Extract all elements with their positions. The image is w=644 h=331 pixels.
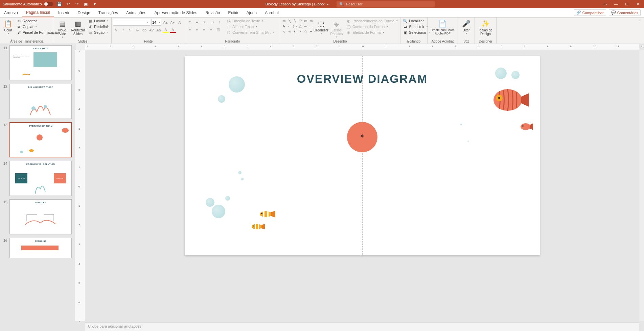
design-ideas-button[interactable]: ✨ Ideias de Design xyxy=(476,18,495,36)
align-center-icon[interactable]: ≡ xyxy=(194,26,200,32)
slide-canvas[interactable]: OVERVIEW DIAGRAM ✥ xyxy=(185,56,540,255)
select-button[interactable]: ▣Selecionar▾ xyxy=(402,30,431,35)
font-color-icon[interactable]: A xyxy=(170,27,176,33)
qat-customize-icon[interactable]: ▾ xyxy=(92,1,97,7)
reset-button[interactable]: ↺Redefinir xyxy=(87,24,110,29)
horizontal-ruler[interactable]: 1211109876543210123456789101112 xyxy=(85,44,639,50)
tab-design[interactable]: Design xyxy=(73,8,94,17)
shape-outline-button[interactable]: ◯Contorno da Forma▾ xyxy=(345,24,399,29)
char-spacing-icon[interactable]: AV xyxy=(148,27,155,33)
tab-inserir[interactable]: Inserir xyxy=(54,8,73,17)
font-name-combo[interactable]: ▾ xyxy=(113,19,150,26)
ribbon-display-icon[interactable]: ▭ xyxy=(603,2,607,6)
search-input[interactable] xyxy=(346,2,432,6)
tab-ajuda[interactable]: Ajuda xyxy=(243,8,261,17)
undo-icon[interactable]: ↶ xyxy=(66,1,71,7)
shape-fill-button[interactable]: ◐Preenchimento da Forma▾ xyxy=(345,18,399,24)
shapes-gallery[interactable]: ▭╲╲⬠▭▭ ↳⌐◯△⇨☐ ∿∿{}☆▾ xyxy=(281,18,314,34)
bold-icon[interactable]: N xyxy=(113,27,119,33)
minimize-icon[interactable]: — xyxy=(614,2,618,6)
tab-animacoes[interactable]: Animações xyxy=(122,8,150,17)
circle-shape[interactable] xyxy=(347,122,377,152)
workspace: 11 CASE STUDY Lorem ipsum dolor sit amet… xyxy=(0,44,644,331)
svg-point-2 xyxy=(62,128,69,133)
layout-button[interactable]: ▦Layout▾ xyxy=(87,18,110,24)
tab-exibir[interactable]: Exibir xyxy=(224,8,243,17)
svg-point-11 xyxy=(261,213,262,214)
text-direction-button[interactable]: ↕ADireção do Texto▾ xyxy=(225,18,275,24)
increase-indent-icon[interactable]: ⇥ xyxy=(209,19,215,25)
decrease-font-icon[interactable]: A▾ xyxy=(169,19,176,25)
align-text-button[interactable]: ⊟Alinhar Texto▾ xyxy=(225,24,275,29)
bubble-decoration xyxy=(460,124,462,125)
decrease-indent-icon[interactable]: ⇤ xyxy=(202,19,208,25)
section-button[interactable]: ▭Seção▾ xyxy=(87,30,110,35)
collapse-ribbon-icon[interactable]: ^ xyxy=(637,19,643,25)
comments-button[interactable]: 💬Comentários xyxy=(609,9,641,16)
tab-pagina-inicial[interactable]: Página Inicial xyxy=(22,8,54,17)
italic-icon[interactable]: I xyxy=(120,27,126,33)
slide-thumb-11[interactable]: 11 CASE STUDY Lorem ipsum dolor sit amet… xyxy=(2,45,73,80)
slide-thumb-14[interactable]: 14 PROBLEM VS. SOLUTION PROBLEM SOLUTION xyxy=(2,161,73,196)
reuse-slides-button[interactable]: ▥ Reutilizar Slides xyxy=(70,18,86,36)
slide-thumb-15[interactable]: 15 PROCESS xyxy=(2,199,73,234)
font-size-combo[interactable]: 14▾ xyxy=(151,19,161,26)
create-share-pdf-button[interactable]: 📄 Create and Share Adobe PDF xyxy=(429,18,456,36)
increase-font-icon[interactable]: A▴ xyxy=(162,19,168,25)
bubble-decoration xyxy=(229,76,245,93)
underline-icon[interactable]: S xyxy=(127,27,133,33)
slide-thumb-16[interactable]: 16 EXERCISE xyxy=(2,238,73,258)
copy-button[interactable]: ⧉Copiar▾ xyxy=(16,24,60,29)
vertical-ruler[interactable]: 765432101234567 xyxy=(75,50,85,321)
find-button[interactable]: 🔍Localizar xyxy=(402,18,431,24)
align-left-icon[interactable]: ≡ xyxy=(187,26,193,32)
paste-button[interactable]: 📋 Colar▾ xyxy=(1,18,15,35)
columns-icon[interactable]: ▥ xyxy=(215,26,221,32)
group-designer: ✨ Ideias de Design Designer xyxy=(475,18,497,44)
redo-icon[interactable]: ↷ xyxy=(74,1,80,7)
search-icon: 🔍 xyxy=(339,2,344,6)
autosave-toggle[interactable]: Salvamento Automático xyxy=(3,2,53,6)
numbering-icon[interactable]: ≣ xyxy=(194,19,200,25)
close-icon[interactable]: ✕ xyxy=(635,2,640,6)
canvas-area[interactable]: OVERVIEW DIAGRAM ✥ xyxy=(85,50,639,321)
tab-apresentacao[interactable]: Apresentação de Slides xyxy=(150,8,201,17)
arrange-button[interactable]: ⬚ Organizar▾ xyxy=(314,18,328,35)
quick-styles-button[interactable]: ◈ Estilos Rápidos▾ xyxy=(328,18,345,39)
bullets-icon[interactable]: ≡ xyxy=(187,19,193,25)
strike-icon[interactable]: S̶ xyxy=(134,27,140,33)
start-from-beginning-icon[interactable]: ▣ xyxy=(83,1,89,7)
search-box[interactable]: 🔍 xyxy=(337,1,435,7)
new-slide-button[interactable]: ▤ Novo Slide▾ xyxy=(55,18,69,39)
dictate-button[interactable]: 🎤 Ditar▾ xyxy=(459,18,473,35)
bubble-decoration xyxy=(511,71,520,79)
notes-placeholder[interactable]: Clique para adicionar anotações xyxy=(85,322,639,331)
bubble-decoration xyxy=(206,198,214,207)
line-spacing-icon[interactable]: ↕ xyxy=(216,19,223,25)
svg-rect-13 xyxy=(255,224,256,229)
shadow-icon[interactable]: ab xyxy=(141,27,147,33)
change-case-icon[interactable]: Aa xyxy=(156,27,162,33)
format-painter-button[interactable]: 🖌Pincel de Formatação xyxy=(16,30,60,35)
replace-button[interactable]: ⇄Substituir▾ xyxy=(402,24,431,29)
slide-thumb-12[interactable]: 12 DID YOU KNOW THIS? xyxy=(2,84,73,119)
justify-icon[interactable]: ≡ xyxy=(208,26,214,32)
cut-button[interactable]: ✂Recortar xyxy=(16,18,60,24)
tab-acrobat[interactable]: Acrobat xyxy=(261,8,283,17)
tab-revisao[interactable]: Revisão xyxy=(201,8,224,17)
align-text-icon: ⊟ xyxy=(226,24,231,29)
tab-transicoes[interactable]: Transições xyxy=(94,8,122,17)
thumbnail-panel[interactable]: 11 CASE STUDY Lorem ipsum dolor sit amet… xyxy=(0,44,75,331)
vertical-scrollbar[interactable] xyxy=(639,50,644,321)
maximize-icon[interactable]: ☐ xyxy=(624,2,629,6)
clear-format-icon[interactable]: A̷ xyxy=(177,19,183,25)
align-right-icon[interactable]: ≡ xyxy=(201,26,207,32)
tab-arquivo[interactable]: Arquivo xyxy=(0,8,22,17)
save-icon[interactable]: 💾 xyxy=(57,1,62,7)
slide-thumb-13[interactable]: 13 OVERVIEW DIAGRAM xyxy=(2,122,73,157)
convert-smartart-button[interactable]: ⬡Converter em SmartArt▾ xyxy=(225,30,275,35)
editor-area: 1211109876543210123456789101112 76543210… xyxy=(75,44,644,331)
highlight-icon[interactable]: A xyxy=(163,27,169,33)
share-button[interactable]: 🔗Compartilhar xyxy=(574,9,606,16)
shape-effects-button[interactable]: ◉Efeitos de Forma▾ xyxy=(345,30,399,35)
